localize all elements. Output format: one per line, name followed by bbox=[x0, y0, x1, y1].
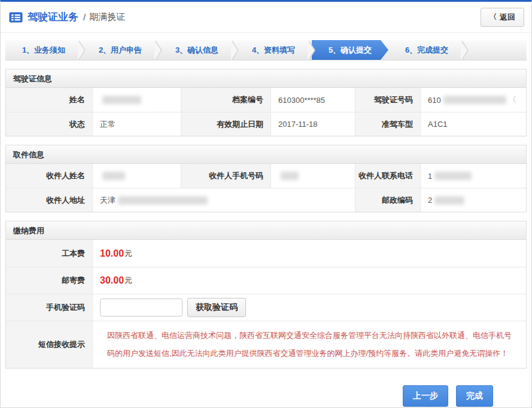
sms-notice-row: 因陕西省联通、电信运营商技术问题，陕西省互联网交通安全综合服务管理平台无法向持陕… bbox=[92, 321, 526, 368]
fees-table: 工本费 10.00元 邮寄费 30.00元 手机验证码 获取验证码 短信接收提示… bbox=[6, 240, 526, 368]
redacted-license-no bbox=[443, 96, 506, 104]
step-tab-1[interactable]: 1、业务须知 bbox=[5, 40, 82, 60]
recipient-phone-prefix: 1 bbox=[428, 172, 432, 181]
step-label: 6、完成提交 bbox=[405, 45, 448, 56]
sms-code-field-row: 获取验证码 bbox=[92, 294, 526, 321]
status-label: 状态 bbox=[6, 112, 92, 136]
redacted-recipient-address bbox=[118, 196, 208, 205]
production-fee-label: 工本费 bbox=[6, 240, 92, 267]
postage-fee-unit: 元 bbox=[124, 275, 132, 286]
license-no-value: 610〈 bbox=[420, 88, 526, 112]
page-header: 驾驶证业务 / 期满换证 〈 返回 bbox=[1, 2, 531, 33]
redacted-name bbox=[102, 96, 141, 104]
step-label: 1、业务须知 bbox=[22, 45, 65, 56]
section-fees: 缴纳费用 工本费 10.00元 邮寄费 30.00元 手机验证码 获取验证码 短… bbox=[5, 221, 527, 369]
section-title: 取件信息 bbox=[6, 145, 526, 164]
file-no-label: 档案编号 bbox=[181, 88, 270, 112]
name-value bbox=[92, 88, 181, 112]
breadcrumb-current: 期满换证 bbox=[89, 11, 125, 23]
pickup-info-table: 收件人姓名 收件人手机号码 收件人联系电话 1 收件人地址 天津 邮政编码 2 bbox=[6, 164, 526, 212]
recipient-address-value: 天津 bbox=[92, 188, 355, 212]
step-tab-5-active[interactable]: 5、确认提交 bbox=[312, 40, 388, 60]
postal-code-prefix: 2 bbox=[428, 196, 432, 205]
postal-code-label: 邮政编码 bbox=[355, 188, 420, 212]
recipient-address-prefix: 天津 bbox=[100, 195, 115, 206]
section-title: 缴纳费用 bbox=[6, 221, 526, 240]
vehicle-class-value: A1C1 bbox=[420, 112, 526, 136]
license-no-prefix: 610 bbox=[428, 96, 441, 105]
section-pickup-info: 取件信息 收件人姓名 收件人手机号码 收件人联系电话 1 收件人地址 天津 邮政… bbox=[5, 145, 527, 212]
license-info-table: 姓名 档案编号 610300****85 驾驶证号码 610〈 状态 正常 有效… bbox=[6, 88, 526, 136]
file-no-value: 610300****85 bbox=[270, 88, 355, 112]
production-fee-amount: 10.00 bbox=[100, 248, 124, 259]
sms-code-label: 手机验证码 bbox=[6, 294, 92, 321]
step-label: 3、确认信息 bbox=[175, 45, 218, 56]
get-code-button[interactable]: 获取验证码 bbox=[187, 298, 246, 317]
postage-fee-value: 30.00元 bbox=[92, 267, 526, 294]
recipient-name-value bbox=[92, 164, 181, 188]
recipient-mobile-label: 收件人手机号码 bbox=[181, 164, 270, 188]
footer-actions: 上一步 完成 bbox=[1, 369, 531, 407]
step-bar-filler bbox=[465, 40, 527, 60]
recipient-phone-value: 1 bbox=[420, 164, 526, 188]
page-title: 驾驶证业务 bbox=[28, 10, 78, 24]
license-no-label: 驾驶证号码 bbox=[355, 88, 420, 112]
name-label: 姓名 bbox=[6, 88, 92, 112]
step-tab-3[interactable]: 3、确认信息 bbox=[159, 40, 235, 60]
step-tab-2[interactable]: 2、用户申告 bbox=[82, 40, 159, 60]
status-value: 正常 bbox=[92, 112, 181, 136]
recipient-name-label: 收件人姓名 bbox=[6, 164, 92, 188]
recipient-mobile-value bbox=[270, 164, 355, 188]
breadcrumb-separator: / bbox=[83, 12, 86, 22]
back-button[interactable]: 〈 返回 bbox=[481, 8, 524, 27]
list-card-icon bbox=[9, 12, 23, 23]
postage-fee-label: 邮寄费 bbox=[6, 267, 92, 294]
section-title: 驾驶证信息 bbox=[6, 69, 526, 88]
sms-code-input[interactable] bbox=[100, 299, 183, 316]
step-label: 2、用户申告 bbox=[99, 45, 142, 56]
sms-notice-text: 因陕西省联通、电信运营商技术问题，陕西省互联网交通安全综合服务管理平台无法向持陕… bbox=[100, 321, 526, 368]
chevron-left-icon: 〈 bbox=[490, 12, 497, 22]
page-container: 驾驶证业务 / 期满换证 〈 返回 1、业务须知 2、用户申告 3、确认信息 4… bbox=[0, 0, 532, 408]
recipient-phone-label: 收件人联系电话 bbox=[355, 164, 420, 188]
redacted-recipient-mobile bbox=[281, 172, 299, 180]
vehicle-class-label: 准驾车型 bbox=[355, 112, 420, 136]
redacted-postal-code bbox=[434, 196, 464, 205]
expiry-value: 2017-11-18 bbox=[270, 112, 355, 136]
step-label: 4、资料填写 bbox=[252, 45, 295, 56]
step-tab-4[interactable]: 4、资料填写 bbox=[235, 40, 312, 60]
postal-code-value: 2 bbox=[420, 188, 526, 212]
step-wizard: 1、业务须知 2、用户申告 3、确认信息 4、资料填写 5、确认提交 6、完成提… bbox=[5, 40, 527, 60]
sms-notice-label: 短信接收提示 bbox=[6, 321, 92, 368]
postage-fee-amount: 30.00 bbox=[100, 275, 124, 286]
production-fee-value: 10.00元 bbox=[92, 240, 526, 267]
back-button-label: 返回 bbox=[500, 12, 515, 23]
section-license-info: 驾驶证信息 姓名 档案编号 610300****85 驾驶证号码 610〈 状态… bbox=[5, 69, 527, 136]
license-no-suffix: 〈 bbox=[509, 95, 516, 105]
step-tab-6[interactable]: 6、完成提交 bbox=[388, 40, 465, 60]
recipient-address-label: 收件人地址 bbox=[6, 188, 92, 212]
redacted-recipient-phone bbox=[434, 172, 472, 180]
production-fee-unit: 元 bbox=[124, 248, 132, 259]
step-label: 5、确认提交 bbox=[329, 45, 372, 56]
previous-step-button[interactable]: 上一步 bbox=[403, 385, 448, 407]
expiry-label: 有效期止日期 bbox=[181, 112, 270, 136]
finish-button[interactable]: 完成 bbox=[456, 385, 493, 407]
redacted-recipient-name bbox=[102, 172, 125, 180]
